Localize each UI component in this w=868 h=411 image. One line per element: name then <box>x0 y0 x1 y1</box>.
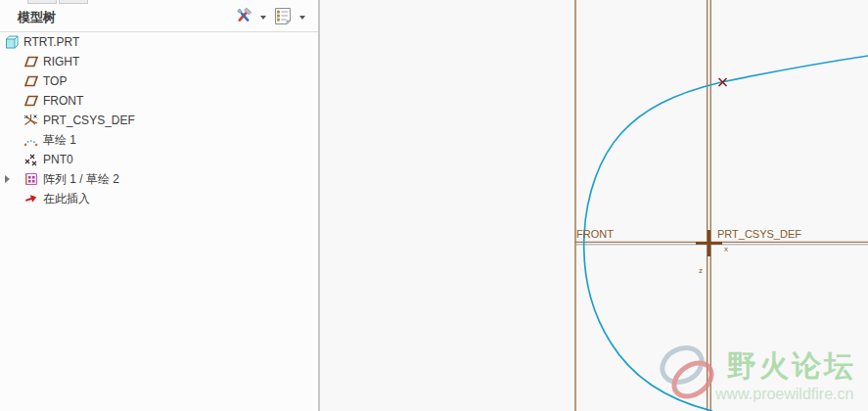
datum-plane-icon <box>23 94 38 109</box>
tree-item-top[interactable]: TOP <box>0 71 316 91</box>
tree-item-prt-csys-def[interactable]: PRT_CSYS_DEF <box>0 111 316 130</box>
creo-window: 模型树 <box>0 0 868 411</box>
tree-item-label: 草绘 1 <box>43 132 76 149</box>
sketch-viewport: x z FRONT PRT_CSYS_DEF 野火论坛 www.proewild… <box>320 0 868 411</box>
tree-indent <box>0 199 23 200</box>
watermark-url: www.proewildfire.cn <box>714 386 853 402</box>
expand-arrow-icon[interactable] <box>5 175 10 183</box>
tree-indent <box>0 81 23 82</box>
tree-item-label: TOP <box>43 74 67 88</box>
tree-item-label: FRONT <box>43 94 83 108</box>
tree-item-right[interactable]: RIGHT <box>0 52 316 71</box>
tree-indent <box>0 62 23 63</box>
points-icon <box>23 153 38 167</box>
csys-axis-z-label: z <box>699 266 703 275</box>
csys-label[interactable]: PRT_CSYS_DEF <box>717 228 801 240</box>
tree-item-label: PRT_CSYS_DEF <box>43 114 135 127</box>
tree-item-label: 在此插入 <box>43 191 90 207</box>
tree-indent <box>0 160 23 160</box>
settings-tools-button[interactable] <box>233 7 254 28</box>
front-plane-label[interactable]: FRONT <box>576 228 614 240</box>
tree-item-label: RTRT.PRT <box>23 35 79 49</box>
watermark: 野火论坛 www.proewildfire.cn <box>657 342 856 404</box>
tree-item-pattern-1[interactable]: 阵列 1 / 草绘 2 <box>0 169 316 189</box>
tree-item-label: RIGHT <box>43 55 79 68</box>
chevron-down-icon <box>299 16 305 20</box>
model-tree-title: 模型树 <box>18 9 56 26</box>
csys-axis-x-label: x <box>724 245 728 253</box>
insert-arrow-icon <box>23 192 38 206</box>
watermark-title: 野火论坛 <box>726 349 856 382</box>
datum-plane-icon <box>23 74 38 89</box>
tree-item-pnt0[interactable]: PNT0 <box>0 150 316 169</box>
model-tree-panel: 模型树 <box>0 0 320 411</box>
list-icon <box>274 7 292 29</box>
tree-filters-dropdown[interactable] <box>297 7 308 28</box>
tools-icon <box>234 7 253 29</box>
datum-plane-icon <box>23 55 38 69</box>
model-tree-toolbar <box>233 7 308 28</box>
tree-indent <box>0 179 23 180</box>
tree-filters-button[interactable] <box>272 7 294 28</box>
part-icon <box>4 35 19 50</box>
tree-item-insert-here[interactable]: 在此插入 <box>0 189 316 208</box>
tree-indent <box>0 101 23 102</box>
tree-item-rtrt-prt[interactable]: RTRT.PRT <box>0 32 316 52</box>
pattern-icon <box>23 172 38 187</box>
graphics-area[interactable]: x z FRONT PRT_CSYS_DEF 野火论坛 www.proewild… <box>320 0 868 411</box>
tree-indent <box>0 140 23 141</box>
tree-item-label: 阵列 1 / 草绘 2 <box>43 171 119 188</box>
sketch-icon <box>23 133 38 148</box>
tree-item-front[interactable]: FRONT <box>0 91 316 111</box>
chevron-down-icon <box>260 16 266 20</box>
csys-icon <box>23 114 38 128</box>
tree-item-label: PNT0 <box>43 153 73 166</box>
tree-indent <box>0 120 23 121</box>
settings-tools-dropdown[interactable] <box>257 7 269 28</box>
model-tree-header: 模型树 <box>0 4 318 32</box>
model-tree: RTRT.PRTRIGHTTOPFRONTPRT_CSYS_DEF草绘 1PNT… <box>0 32 316 208</box>
tree-item-sketch-1[interactable]: 草绘 1 <box>0 130 316 150</box>
